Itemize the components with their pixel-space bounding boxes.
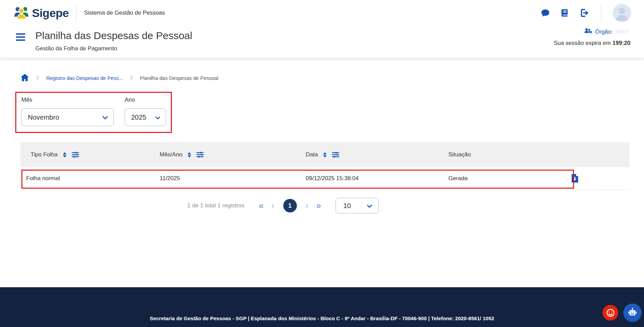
cell-situacao: Gerada [438,175,540,182]
filter-sliders-icon[interactable] [196,152,204,158]
mes-select[interactable]: Novembro [21,108,114,126]
menu-hamburger-icon[interactable] [16,33,25,42]
column-header-data: Data [296,151,438,158]
home-icon[interactable] [20,73,29,83]
filter-sliders-icon[interactable] [72,152,79,158]
users-gear-icon [584,28,592,36]
column-label: Situação [448,151,471,158]
download-file-icon[interactable] [571,174,578,183]
mes-select-value: Novembro [28,114,59,121]
column-header-situacao: Situação [438,151,540,158]
column-label: Data [306,151,318,158]
page-size-value: 10 [343,202,351,210]
previous-page-button[interactable]: ‹ [271,202,275,210]
chevron-down-icon [367,202,372,210]
feedback-smiley-button[interactable] [603,305,618,321]
cell-tipo-folha: Folha normal [20,175,149,182]
breadcrumb-chevron-icon [36,75,39,81]
orgao-selector[interactable]: Órgão: INEP [554,28,630,36]
orgao-value: INEP [615,29,630,35]
chevron-down-icon [102,114,108,121]
system-name: Sistema de Gestão de Pessoas [84,10,165,16]
ano-select[interactable]: 2025 [125,108,166,126]
main-content: Registro das Despesas de Pess... Planilh… [0,73,644,213]
page-subtitle: Gestão da Folha de Pagamento [35,45,192,52]
session-time: 199:20 [612,40,630,46]
sort-icon[interactable] [187,152,192,158]
breadcrumb-chevron-icon [130,75,133,81]
sigepe-logo-text: Sigepe [32,6,69,20]
footer-address: Secretaria de Gestão de Pessoas - SGP | … [150,315,494,321]
sort-icon[interactable] [62,152,67,158]
column-header-tipo-folha: Tipo Folha [20,151,149,158]
sigepe-people-icon [14,5,29,21]
app-header: Sigepe Sistema de Gestão de Pessoas [0,0,644,58]
pagination: 1 de 1 total 1 registros « ‹ 1 › » 10 [0,198,644,213]
folhas-table: Tipo Folha Mês/Ano [20,142,629,190]
column-label: Mês/Ano [160,151,182,158]
table-row: Folha normal 11/2025 09/12/2025 15:38:04… [20,167,629,190]
sigepe-logo[interactable]: Sigepe [14,5,69,21]
chatbot-robot-button[interactable] [623,304,642,322]
first-page-button[interactable]: « [258,201,265,210]
current-page-button[interactable]: 1 [283,199,297,212]
session-expiry: Sua sessão expira em 199:20 [554,40,630,47]
user-avatar[interactable] [613,4,631,22]
logout-icon[interactable] [580,8,589,18]
column-label: Tipo Folha [31,151,58,158]
pagination-summary: 1 de 1 total 1 registros [187,202,244,209]
cell-data: 09/12/2025 15:38:04 [296,175,438,182]
breadcrumb-link-registro[interactable]: Registro das Despesas de Pess... [46,75,123,81]
last-page-button[interactable]: » [315,201,322,210]
filter-annotation-box: Mês Novembro Ano 2025 [15,92,172,133]
manual-book-icon[interactable] [560,8,570,18]
app-footer: Secretaria de Gestão de Pessoas - SGP | … [0,287,644,327]
orgao-label: Órgão: [595,29,613,35]
sort-icon[interactable] [323,152,327,158]
page-size-select[interactable]: 10 [336,198,379,213]
next-page-button[interactable]: › [305,202,309,210]
ano-select-value: 2025 [131,114,146,121]
cell-mes-ano: 11/2025 [149,175,296,182]
page-title: Planilha das Despesas de Pessoal [35,30,192,42]
breadcrumb-current: Planilha das Despesas de Pessoal [140,75,218,81]
header-divider [601,4,601,22]
filter-sliders-icon[interactable] [332,152,339,158]
header-divider [76,4,76,22]
column-header-mes-ano: Mês/Ano [149,151,296,158]
mes-label: Mês [21,97,114,103]
ano-label: Ano [125,97,166,103]
chevron-down-icon [155,114,160,121]
breadcrumb: Registro das Despesas de Pess... Planilh… [20,73,644,83]
table-header-row: Tipo Folha Mês/Ano [20,142,629,167]
session-label: Sua sessão expira em [554,40,612,46]
chat-icon[interactable] [540,8,550,18]
